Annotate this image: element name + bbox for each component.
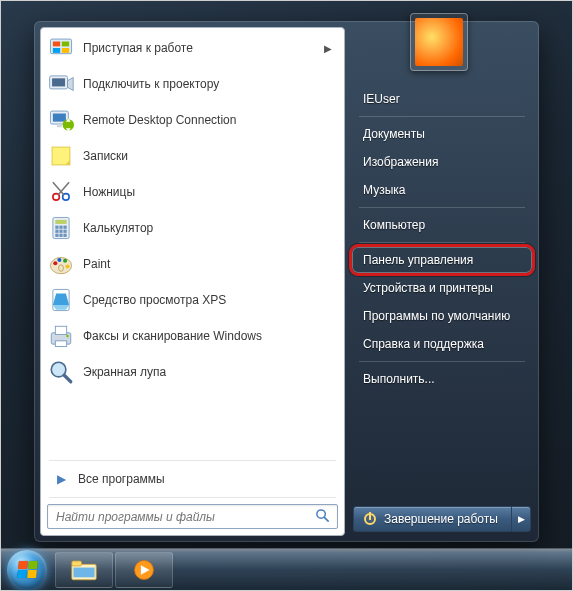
highlight-ring xyxy=(349,244,535,276)
program-item-fax[interactable]: Факсы и сканирование Windows xyxy=(43,318,342,354)
svg-rect-48 xyxy=(73,567,94,577)
program-item-label: Средство просмотра XPS xyxy=(83,293,338,307)
start-menu: Приступая к работе▶Подключить к проектор… xyxy=(34,21,539,542)
program-item-magnifier[interactable]: Экранная лупа xyxy=(43,354,342,390)
taskbar-pinned-media-player[interactable] xyxy=(115,552,173,588)
start-menu-right-pane: IEUserДокументыИзображенияМузыкаКомпьюте… xyxy=(345,27,533,536)
svg-rect-28 xyxy=(63,234,66,237)
program-list: Приступая к работе▶Подключить к проектор… xyxy=(43,30,342,458)
svg-point-41 xyxy=(66,335,68,337)
separator xyxy=(359,116,525,117)
svg-line-43 xyxy=(64,375,71,382)
submenu-arrow-icon: ▶ xyxy=(324,43,338,54)
taskbar-pinned-explorer[interactable] xyxy=(55,552,113,588)
program-item-getting-started[interactable]: Приступая к работе▶ xyxy=(43,30,342,66)
taskbar[interactable] xyxy=(1,548,572,590)
svg-rect-21 xyxy=(59,226,62,229)
right-item-items_top-2[interactable]: Музыка xyxy=(353,176,531,204)
svg-rect-10 xyxy=(57,124,62,127)
snipping-icon xyxy=(47,178,75,206)
program-item-label: Экранная лупа xyxy=(83,365,338,379)
getting-started-icon xyxy=(47,34,75,62)
search-icon[interactable] xyxy=(312,508,333,526)
program-item-label: Записки xyxy=(83,149,338,163)
right-item-items_mid-0[interactable]: Компьютер xyxy=(353,211,531,239)
right-list: IEUserДокументыИзображенияМузыкаКомпьюте… xyxy=(353,85,531,502)
program-item-calculator[interactable]: Калькулятор xyxy=(43,210,342,246)
program-item-snipping[interactable]: Ножницы xyxy=(43,174,342,210)
program-item-paint[interactable]: Paint xyxy=(43,246,342,282)
stickynotes-icon xyxy=(47,142,75,170)
svg-line-45 xyxy=(324,517,328,521)
program-item-xps[interactable]: Средство просмотра XPS xyxy=(43,282,342,318)
program-item-label: Калькулятор xyxy=(83,221,338,235)
search-box[interactable] xyxy=(47,504,338,529)
program-item-label: Paint xyxy=(83,257,338,271)
svg-rect-19 xyxy=(55,220,66,224)
right-item-items_top-1[interactable]: Изображения xyxy=(353,148,531,176)
right-item-items_sys-0[interactable]: Панель управления xyxy=(353,246,531,274)
program-item-stickynotes[interactable]: Записки xyxy=(43,138,342,174)
program-item-projector[interactable]: Подключить к проектору xyxy=(43,66,342,102)
separator xyxy=(49,497,336,498)
right-item-items_bot-0[interactable]: Выполнить... xyxy=(353,365,531,393)
power-icon xyxy=(364,513,376,525)
right-item-items_sys-1[interactable]: Устройства и принтеры xyxy=(353,274,531,302)
calculator-icon xyxy=(47,214,75,242)
separator xyxy=(49,460,336,461)
svg-rect-4 xyxy=(62,48,69,53)
start-button[interactable] xyxy=(7,550,47,590)
separator xyxy=(359,242,525,243)
svg-rect-12 xyxy=(52,147,70,165)
svg-rect-23 xyxy=(55,230,58,233)
program-item-label: Ножницы xyxy=(83,185,338,199)
user-avatar xyxy=(415,18,463,66)
xps-icon xyxy=(47,286,75,314)
svg-rect-24 xyxy=(59,230,62,233)
right-item-items_sys-2[interactable]: Программы по умолчанию xyxy=(353,302,531,330)
svg-rect-39 xyxy=(55,326,66,334)
user-avatar-frame[interactable] xyxy=(410,13,468,71)
svg-rect-40 xyxy=(55,341,66,347)
program-item-label: Подключить к проектору xyxy=(83,77,338,91)
svg-rect-47 xyxy=(72,561,82,566)
rdp-icon xyxy=(47,106,75,134)
svg-rect-26 xyxy=(55,234,58,237)
search-row xyxy=(43,500,342,533)
svg-rect-1 xyxy=(53,42,60,47)
right-item-items_top-0[interactable]: Документы xyxy=(353,120,531,148)
svg-point-34 xyxy=(59,265,64,272)
shutdown-label: Завершение работы xyxy=(384,512,498,526)
program-item-label: Приступая к работе xyxy=(83,41,324,55)
svg-marker-7 xyxy=(68,78,74,91)
program-item-label: Remote Desktop Connection xyxy=(83,113,338,127)
arrow-right-icon: ▶ xyxy=(57,472,66,486)
svg-rect-20 xyxy=(55,226,58,229)
all-programs-label: Все программы xyxy=(78,472,165,486)
paint-icon xyxy=(47,250,75,278)
desktop: Приступая к работе▶Подключить к проектор… xyxy=(0,0,573,591)
program-item-label: Факсы и сканирование Windows xyxy=(83,329,338,343)
svg-rect-2 xyxy=(62,42,69,47)
svg-rect-9 xyxy=(53,114,66,122)
svg-rect-6 xyxy=(52,78,65,86)
program-item-rdp[interactable]: Remote Desktop Connection xyxy=(43,102,342,138)
shutdown-options-button[interactable]: ▶ xyxy=(511,506,531,532)
all-programs-button[interactable]: ▶ Все программы xyxy=(43,463,342,495)
fax-icon xyxy=(47,322,75,350)
search-input[interactable] xyxy=(52,510,312,524)
right-item-user[interactable]: IEUser xyxy=(353,85,531,113)
svg-rect-3 xyxy=(53,48,60,53)
svg-point-33 xyxy=(65,264,69,268)
separator xyxy=(359,361,525,362)
start-menu-left-pane: Приступая к работе▶Подключить к проектор… xyxy=(40,27,345,536)
svg-rect-25 xyxy=(63,230,66,233)
right-item-items_sys-3[interactable]: Справка и поддержка xyxy=(353,330,531,358)
separator xyxy=(359,207,525,208)
shutdown-row: Завершение работы ▶ xyxy=(353,506,531,532)
windows-logo-icon xyxy=(17,561,38,578)
svg-point-32 xyxy=(63,259,67,263)
svg-rect-27 xyxy=(59,234,62,237)
shutdown-button[interactable]: Завершение работы xyxy=(353,506,511,532)
magnifier-icon xyxy=(47,358,75,386)
